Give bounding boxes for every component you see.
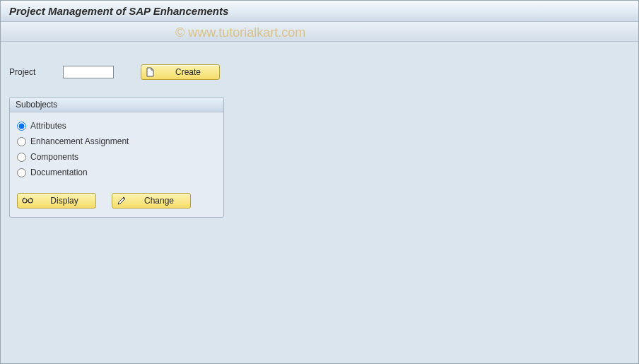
content-area: Project Create Subobjects Attributes <box>1 42 638 226</box>
radio-attributes[interactable]: Attributes <box>17 118 216 134</box>
change-button-label: Change <box>132 196 186 206</box>
application-toolbar <box>1 22 638 42</box>
page-title: Project Management of SAP Enhancements <box>9 5 228 17</box>
subobjects-radio-group: Attributes Enhancement Assignment Compon… <box>10 112 223 183</box>
title-bar: Project Management of SAP Enhancements <box>1 1 638 22</box>
radio-label: Components <box>30 152 78 162</box>
pencil-icon <box>117 196 127 206</box>
subobjects-header: Subobjects <box>10 98 223 112</box>
display-button[interactable]: Display <box>17 193 96 209</box>
change-button[interactable]: Change <box>112 193 191 209</box>
subobjects-button-row: Display Change <box>10 183 223 209</box>
project-row: Project Create <box>9 64 630 80</box>
radio-documentation[interactable]: Documentation <box>17 165 216 180</box>
radio-label: Enhancement Assignment <box>30 136 129 146</box>
radio-label: Attributes <box>30 121 66 131</box>
create-button[interactable]: Create <box>141 64 220 80</box>
radio-enhancement-assignment-input[interactable] <box>17 137 26 146</box>
radio-components[interactable]: Components <box>17 149 216 165</box>
radio-documentation-input[interactable] <box>17 168 26 177</box>
subobjects-panel: Subobjects Attributes Enhancement Assign… <box>9 97 224 218</box>
svg-point-1 <box>28 199 33 203</box>
radio-components-input[interactable] <box>17 153 26 162</box>
svg-point-0 <box>23 199 27 203</box>
project-label: Project <box>9 67 53 77</box>
radio-attributes-input[interactable] <box>17 122 26 131</box>
project-input[interactable] <box>63 66 114 78</box>
radio-label: Documentation <box>30 168 88 177</box>
create-button-label: Create <box>161 67 215 77</box>
sap-window: Project Management of SAP Enhancements P… <box>0 0 639 364</box>
glasses-icon <box>22 196 32 206</box>
new-document-icon <box>146 67 156 77</box>
radio-enhancement-assignment[interactable]: Enhancement Assignment <box>17 134 216 149</box>
display-button-label: Display <box>37 196 91 206</box>
